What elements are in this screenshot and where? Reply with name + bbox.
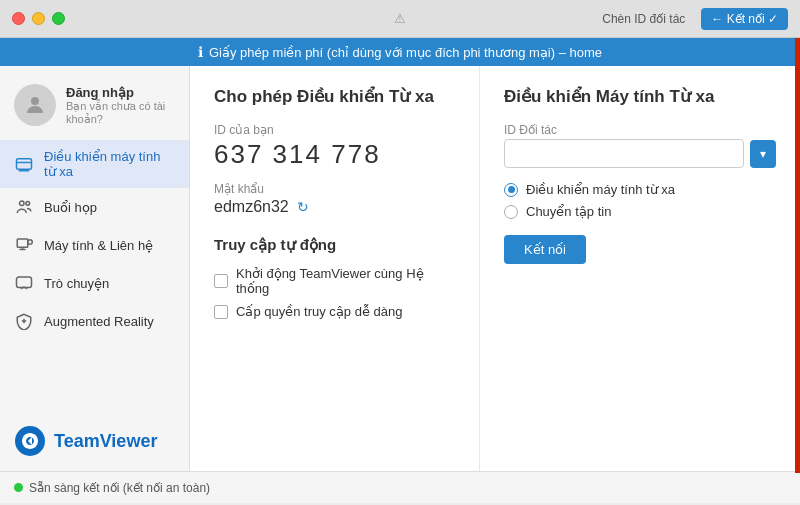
connect-btn-titlebar[interactable]: ← Kết nối ✓ xyxy=(701,8,788,30)
minimize-button[interactable] xyxy=(32,12,45,25)
checkbox-easy-access[interactable]: Cấp quyền truy cập dễ dàng xyxy=(214,304,455,319)
main-container: Đăng nhập Bạn vẫn chưa có tài khoản? Điề… xyxy=(0,66,800,471)
user-login-label: Đăng nhập xyxy=(66,85,175,100)
id-label: ID của bạn xyxy=(214,123,455,137)
partner-id-input[interactable] xyxy=(504,139,744,168)
checkbox-startup-label: Khởi động TeamViewer cùng Hệ thống xyxy=(236,266,455,296)
partner-id-row: ▾ xyxy=(504,139,776,168)
dropdown-button[interactable]: ▾ xyxy=(750,140,776,168)
radio-group: Điều khiển máy tính từ xa Chuyển tập tin xyxy=(504,182,776,219)
right-panel: Điều khiển Máy tính Từ xa ID Đối tác ▾ Đ… xyxy=(480,66,800,471)
svg-point-9 xyxy=(28,240,33,245)
radio-remote-control[interactable]: Điều khiển máy tính từ xa xyxy=(504,182,776,197)
sidebar-item-ar[interactable]: Augmented Reality xyxy=(0,302,189,340)
left-panel-title: Cho phép Điều khiển Từ xa xyxy=(214,86,455,107)
refresh-icon[interactable]: ↻ xyxy=(297,199,309,215)
info-icon: ℹ xyxy=(198,44,203,60)
sidebar-item-ar-label: Augmented Reality xyxy=(44,314,154,329)
teamviewer-logo-icon xyxy=(14,425,46,457)
sidebar-item-remote-control[interactable]: Điều khiển máy tính từ xa xyxy=(0,140,189,188)
sidebar-item-computers-label: Máy tính & Liên hệ xyxy=(44,238,153,253)
avatar xyxy=(14,84,56,126)
status-dot xyxy=(14,483,23,492)
password-row: edmz6n32 ↻ xyxy=(214,198,455,216)
sidebar-logo: TeamViewer xyxy=(0,411,189,471)
close-button[interactable] xyxy=(12,12,25,25)
title-bar: ⚠ Chèn ID đối tác ← Kết nối ✓ xyxy=(0,0,800,38)
user-section: Đăng nhập Bạn vẫn chưa có tài khoản? xyxy=(0,74,189,140)
sidebar-item-computers[interactable]: Máy tính & Liên hệ xyxy=(0,226,189,264)
connect-button[interactable]: Kết nối xyxy=(504,235,586,264)
sidebar-item-remote-control-label: Điều khiển máy tính từ xa xyxy=(44,149,175,179)
computers-icon xyxy=(14,235,34,255)
checkbox-easy-access-label: Cấp quyền truy cập dễ dàng xyxy=(236,304,402,319)
checkbox-startup[interactable]: Khởi động TeamViewer cùng Hệ thống xyxy=(214,266,455,296)
checkbox-easy-access-box[interactable] xyxy=(214,305,228,319)
radio-file-transfer-circle[interactable] xyxy=(504,205,518,219)
sidebar-item-meeting-label: Buổi họp xyxy=(44,200,97,215)
sidebar: Đăng nhập Bạn vẫn chưa có tài khoản? Điề… xyxy=(0,66,190,471)
warning-icon: ⚠ xyxy=(394,11,406,26)
partner-id-label: ID Đối tác xyxy=(504,123,776,137)
auto-access-title: Truy cập tự động xyxy=(214,236,455,254)
red-stripe xyxy=(795,38,800,473)
maximize-button[interactable] xyxy=(52,12,65,25)
radio-file-transfer-label: Chuyển tập tin xyxy=(526,204,611,219)
checkbox-startup-box[interactable] xyxy=(214,274,228,288)
svg-point-6 xyxy=(20,201,25,206)
teamviewer-logo-text: TeamViewer xyxy=(54,431,157,452)
user-info: Đăng nhập Bạn vẫn chưa có tài khoản? xyxy=(66,85,175,126)
content-area: Cho phép Điều khiển Từ xa ID của bạn 637… xyxy=(190,66,800,471)
sidebar-item-meeting[interactable]: Buổi họp xyxy=(0,188,189,226)
password-label: Mật khẩu xyxy=(214,182,455,196)
user-sub-label: Bạn vẫn chưa có tài khoản? xyxy=(66,100,175,126)
svg-point-7 xyxy=(26,201,30,205)
radio-file-transfer[interactable]: Chuyển tập tin xyxy=(504,204,776,219)
sidebar-item-chat-label: Trò chuyện xyxy=(44,276,109,291)
status-bar: Sẵn sàng kết nối (kết nối an toàn) xyxy=(0,471,800,503)
title-bar-warning: ⚠ xyxy=(394,11,406,26)
ar-icon xyxy=(14,311,34,331)
chat-icon xyxy=(14,273,34,293)
left-panel: Cho phép Điều khiển Từ xa ID của bạn 637… xyxy=(190,66,480,471)
password-value: edmz6n32 xyxy=(214,198,289,216)
banner-text: Giấy phép miền phí (chỉ dùng với mục đíc… xyxy=(209,45,602,60)
license-banner: ℹ Giấy phép miền phí (chỉ dùng với mục đ… xyxy=(0,38,800,66)
sidebar-item-chat[interactable]: Trò chuyện xyxy=(0,264,189,302)
meeting-icon xyxy=(14,197,34,217)
traffic-lights xyxy=(12,12,65,25)
status-text: Sẵn sàng kết nối (kết nối an toàn) xyxy=(29,481,210,495)
right-panel-title: Điều khiển Máy tính Từ xa xyxy=(504,86,776,107)
svg-point-0 xyxy=(31,97,39,105)
svg-rect-8 xyxy=(17,239,28,247)
id-value: 637 314 778 xyxy=(214,139,455,170)
radio-remote-control-label: Điều khiển máy tính từ xa xyxy=(526,182,675,197)
insert-partner-id-btn[interactable]: Chèn ID đối tác xyxy=(602,12,685,26)
svg-rect-12 xyxy=(17,277,32,288)
radio-remote-control-circle[interactable] xyxy=(504,183,518,197)
svg-rect-1 xyxy=(17,159,32,170)
remote-control-icon xyxy=(14,154,34,174)
title-bar-actions: Chèn ID đối tác ← Kết nối ✓ xyxy=(602,8,788,30)
